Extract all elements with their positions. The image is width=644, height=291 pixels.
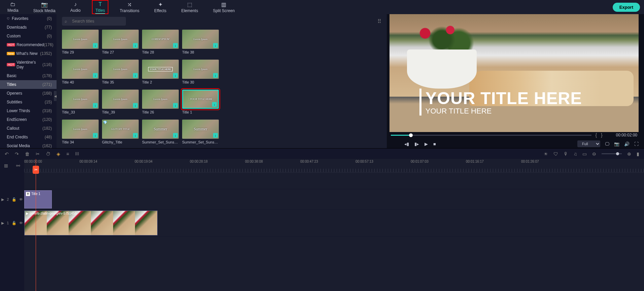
title-thumb[interactable]: 💎GLITCHY TITLE↓Glitchy_Title — [102, 120, 139, 144]
title-thumb[interactable]: Lorem Ipsum↓Title 30 — [182, 60, 219, 84]
sidebar-item-favorites[interactable]: ♡Favorites(0) — [0, 14, 57, 23]
tab-media[interactable]: 🗀Media — [4, 1, 22, 13]
video-track[interactable]: ▶pexels-zlatin-georgiev-5751458 — [24, 209, 644, 236]
tab-audio[interactable]: ♪Audio — [67, 1, 84, 13]
split-button[interactable]: ✂ — [36, 151, 40, 157]
visibility-icon[interactable]: 👁 — [19, 197, 23, 201]
sidebar-item-callout[interactable]: Callout(182) — [0, 124, 57, 133]
download-icon[interactable]: ↓ — [213, 73, 218, 78]
download-icon[interactable]: ↓ — [93, 103, 98, 108]
title-thumb[interactable]: Summer↓Summer_Set_Sunshi... — [182, 120, 219, 144]
link-tracks-icon[interactable]: ⚯ — [16, 163, 20, 168]
speed-button[interactable]: ⏱ — [46, 151, 50, 157]
title-thumb[interactable]: Lorem Ipsum↓Title 35 — [102, 60, 139, 84]
lock-icon[interactable]: 🔓 — [12, 221, 16, 225]
delete-button[interactable]: 🗑 — [25, 151, 30, 157]
title-thumb[interactable]: Lorem Ipsum↓Title 40 — [62, 60, 99, 84]
search-input[interactable] — [62, 17, 126, 26]
tab-split-screen[interactable]: ▥Split Screen — [209, 1, 238, 14]
sidebar-item-recommended[interactable]: HOTRecommended(176) — [0, 40, 57, 49]
prev-frame-button[interactable]: ◂▮ — [404, 141, 409, 147]
download-icon[interactable]: ↓ — [133, 43, 138, 48]
playback-quality-select[interactable]: Full — [577, 140, 600, 147]
title-thumb[interactable]: Lorem Ipsum↓Title 38 — [182, 30, 219, 54]
sidebar-item-downloads[interactable]: Downloads(77) — [0, 23, 57, 32]
timeline-settings-icon[interactable]: ▮ — [637, 151, 639, 157]
color-button[interactable]: ◈ — [57, 151, 60, 157]
title-thumb[interactable]: Lorem Ipsum↓Title 26 — [142, 90, 179, 114]
tab-elements[interactable]: ⬚Elements — [178, 1, 201, 14]
timeline-ruler[interactable]: 00:00:00:0000:00:09:1400:00:19:0400:00:2… — [24, 159, 644, 172]
title-clip[interactable]: T Title 1 — [24, 190, 52, 208]
stop-button[interactable]: ■ — [433, 141, 436, 147]
timeline-body[interactable]: 00:00:00:0000:00:09:1400:00:19:0400:00:2… — [24, 159, 644, 291]
tab-transitions[interactable]: ⤭Transitions — [116, 1, 143, 14]
voiceover-button[interactable]: 🎙 — [564, 151, 568, 157]
fullscreen-icon[interactable]: ⛶ — [634, 141, 639, 147]
zoom-in-button[interactable]: ⊕ — [627, 151, 631, 157]
title-thumb[interactable]: Lorem Ipsum↓Title 27 — [102, 30, 139, 54]
sidebar-item-social-media[interactable]: Social Media(162) — [0, 141, 57, 148]
preview-screen[interactable]: YOUR TITLE HERE YOUR TITLE HERE — [389, 14, 639, 132]
play-button[interactable]: ▶ — [425, 141, 428, 147]
zoom-slider[interactable] — [602, 153, 622, 154]
sidebar-item-valentine-s-day[interactable]: HOTValentine's Day(116) — [0, 58, 57, 71]
track-header-2[interactable]: ▶ 2 🔓 👁 — [0, 189, 24, 209]
title-thumb[interactable]: Lorem Ipsum↓Title_33 — [62, 90, 99, 114]
timeline-playhead[interactable]: ✂ — [36, 159, 36, 291]
adjust-button[interactable]: ≡ — [66, 151, 69, 157]
sidebar-item-titles[interactable]: Titles(271) — [0, 80, 57, 89]
download-icon[interactable]: ↓ — [133, 73, 138, 78]
tab-stock-media[interactable]: 📷Stock Media — [30, 1, 59, 14]
download-icon[interactable]: ↓ — [173, 133, 178, 138]
sidebar-item-subtitles[interactable]: Subtitles(15) — [0, 98, 57, 106]
download-icon[interactable]: ↓ — [173, 103, 178, 108]
title-thumb[interactable]: Summer↓Summer_Set_Sunshi... — [142, 120, 179, 144]
title-thumb[interactable]: Lorem Ipsum↓Title_39 — [102, 90, 139, 114]
title-thumb[interactable]: Lorem Ipsum↓Title 29 — [62, 30, 99, 54]
sidebar-item-openers[interactable]: Openers(168) — [0, 89, 57, 98]
snapshot-icon[interactable]: 📷 — [614, 141, 619, 147]
crop-button[interactable]: ▭ — [582, 151, 587, 157]
render-button[interactable]: ☀ — [544, 151, 548, 157]
download-icon[interactable]: ↓ — [213, 43, 218, 48]
download-icon[interactable]: ↓ — [93, 43, 98, 48]
download-icon[interactable]: ↓ — [213, 133, 218, 138]
download-icon[interactable]: ↓ — [93, 133, 98, 138]
marker-braces-icon[interactable]: { } — [596, 132, 603, 138]
download-icon[interactable]: ↓ — [133, 133, 138, 138]
sidebar-item-what-s-new[interactable]: NewWhat's New(1352) — [0, 49, 57, 58]
marker-button[interactable]: 🛡 — [553, 151, 558, 157]
scrub-track[interactable] — [391, 135, 591, 136]
sidebar-item-basic[interactable]: Basic(178) — [0, 71, 57, 80]
download-icon[interactable]: ↓ — [212, 102, 217, 107]
lock-icon[interactable]: 🔓 — [12, 197, 16, 202]
title-thumb[interactable]: | YOUR TITLE HERE↓Title 1 — [182, 90, 219, 114]
redo-button[interactable]: ↷ — [15, 151, 19, 157]
download-icon[interactable]: ↓ — [173, 43, 178, 48]
volume-icon[interactable]: 🔊 — [624, 141, 630, 147]
title-thumb[interactable]: LOREM IPSUM↓Title 28 — [142, 30, 179, 54]
download-icon[interactable]: ↓ — [93, 73, 98, 78]
display-settings-icon[interactable]: 🖵 — [605, 141, 609, 147]
track-header-1[interactable]: ▶ 1 🔓 👁 — [0, 209, 24, 236]
download-icon[interactable]: ↓ — [133, 103, 138, 108]
download-icon[interactable]: ↓ — [173, 73, 178, 78]
scrub-playhead[interactable] — [409, 133, 413, 137]
visibility-icon[interactable]: 👁 — [19, 221, 23, 225]
video-clip[interactable]: ▶pexels-zlatin-georgiev-5751458 — [24, 211, 158, 235]
next-frame-button[interactable]: ▮▸ — [414, 141, 419, 147]
music-button[interactable]: ♫ — [574, 151, 577, 157]
zoom-out-button[interactable]: ⊖ — [592, 151, 596, 157]
preview-scrubber[interactable]: { } 00:00:02:00 — [389, 132, 639, 138]
tab-effects[interactable]: ✦Effects — [151, 1, 170, 14]
tab-titles[interactable]: TTitles — [92, 0, 108, 14]
sidebar-item-lower-thirds[interactable]: Lower Thirds(318) — [0, 106, 57, 115]
title-thumb[interactable]: YOUR TITLE HERE↓Title 2 — [142, 60, 179, 84]
sidebar-collapse-button[interactable]: ◀ — [54, 91, 57, 101]
sidebar-item-custom[interactable]: Custom(0) — [0, 32, 57, 40]
audio-wave-button[interactable]: ⦀⦀ — [75, 151, 79, 157]
sidebar-item-end-credits[interactable]: End Credits(48) — [0, 133, 57, 141]
undo-button[interactable]: ↶ — [5, 151, 9, 157]
grid-view-icon[interactable]: ⠿ — [377, 18, 381, 25]
